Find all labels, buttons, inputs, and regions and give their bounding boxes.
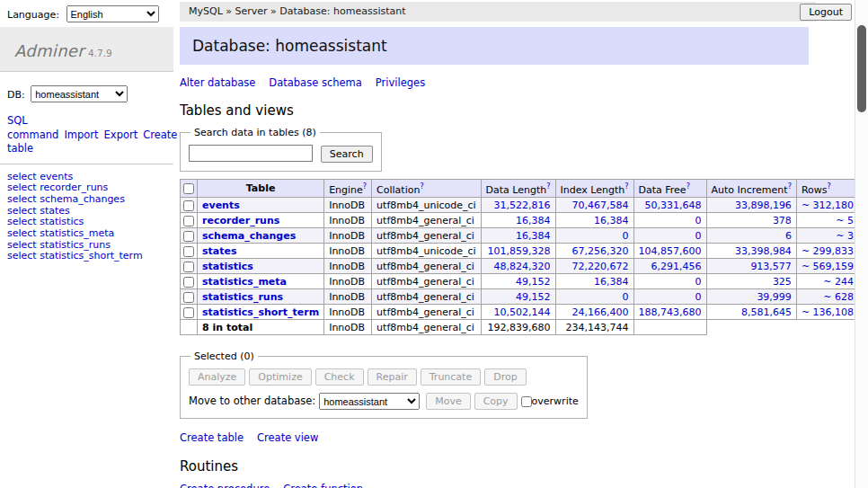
breadcrumb-current: Database: homeassistant: [279, 5, 405, 17]
cell-data-free: 188,743,680: [633, 305, 706, 320]
cell-rows: ~ 3: [796, 228, 858, 244]
row-checkbox-statistics-meta[interactable]: [183, 277, 194, 288]
scrollbar-track[interactable]: [855, 0, 868, 488]
sidebar-link-import[interactable]: Import: [64, 129, 98, 141]
help-icon[interactable]: ?: [363, 182, 367, 191]
column-header-collation: Collation?: [372, 179, 481, 198]
cell-index-length: 67,256,320: [555, 244, 633, 259]
logout-area: Logout: [800, 4, 852, 21]
row-checkbox-schema-changes[interactable]: [183, 231, 194, 242]
nav-link-database-schema[interactable]: Database schema: [269, 76, 361, 89]
tables-overview-head: TableEngine?Collation?Data Length?Index …: [181, 179, 868, 198]
cell-auto-increment: 33,398,984: [706, 244, 796, 259]
cell-data-length: 49,152: [481, 289, 555, 305]
db-select[interactable]: homeassistant: [31, 85, 128, 102]
link-create-view[interactable]: Create view: [257, 431, 318, 444]
breadcrumb-link-mysql[interactable]: MySQL: [189, 5, 223, 17]
table-link-statistics-meta[interactable]: statistics_meta: [202, 276, 287, 288]
move-label: Move to other database:: [189, 395, 315, 407]
link-create-procedure[interactable]: Create procedure: [180, 483, 270, 488]
sidebar-link-sql-command[interactable]: SQL command: [7, 114, 58, 141]
table-link-recorder-runs[interactable]: recorder_runs: [202, 215, 279, 226]
table-link-events[interactable]: events: [202, 200, 240, 211]
check-button[interactable]: Check: [315, 368, 364, 386]
table-link-states[interactable]: states: [202, 245, 237, 257]
sidebar-table-list: select eventsselect recorder_runsselect …: [7, 172, 166, 263]
cell-engine: InnoDB: [324, 289, 372, 305]
db-label: DB:: [7, 89, 25, 101]
cell-index-length: 0: [555, 289, 633, 305]
row-checkbox-statistics-short-term[interactable]: [183, 307, 194, 318]
row-checkbox-statistics-runs[interactable]: [183, 292, 194, 303]
table-link-statistics-runs[interactable]: statistics_runs: [202, 291, 283, 303]
scrollbar-thumb[interactable]: [857, 25, 866, 112]
table-row-statistics-meta: statistics_metaInnoDButf8mb4_general_ci4…: [181, 274, 868, 289]
cell-collation: utf8mb4_general_ci: [372, 213, 481, 228]
table-row-statistics-runs: statistics_runsInnoDButf8mb4_general_ci4…: [181, 289, 868, 305]
search-button[interactable]: Search: [321, 146, 373, 163]
totals-data-length: 192,839,680: [481, 320, 555, 335]
cell-index-length: 16,384: [555, 213, 633, 228]
link-create-table[interactable]: Create table: [180, 431, 244, 444]
truncate-button[interactable]: Truncate: [421, 368, 481, 386]
cell-collation: utf8mb4_unicode_ci: [372, 244, 481, 259]
row-checkbox-recorder-runs[interactable]: [183, 216, 194, 226]
help-icon[interactable]: ?: [420, 182, 423, 191]
overwrite-label: overwrite: [532, 395, 579, 407]
cell-data-free: 6,291,456: [633, 259, 706, 274]
table-link-schema-changes[interactable]: schema_changes: [202, 230, 296, 242]
move-db-select[interactable]: homeassistant: [319, 393, 420, 410]
drop-button[interactable]: Drop: [484, 368, 526, 386]
sidebar-link-export[interactable]: Export: [104, 129, 138, 141]
language-select[interactable]: English: [66, 5, 159, 22]
sidebar-select-statistics-meta[interactable]: select statistics_meta: [7, 228, 166, 240]
select-all-checkbox[interactable]: [183, 183, 194, 194]
cell-data-free: 0: [633, 213, 706, 228]
cell-index-length: 72,220,672: [555, 259, 633, 274]
help-icon[interactable]: ?: [686, 182, 690, 191]
sidebar-select-schema-changes[interactable]: select schema_changes: [7, 194, 166, 206]
help-icon[interactable]: ?: [624, 182, 628, 191]
nav-link-alter-database[interactable]: Alter database: [180, 76, 255, 89]
search-legend: Search data in tables (8): [190, 127, 320, 138]
table-row-statistics: statisticsInnoDButf8mb4_general_ci48,824…: [181, 259, 868, 274]
table-row-schema-changes: schema_changesInnoDButf8mb4_general_ci16…: [181, 228, 868, 244]
optimize-button[interactable]: Optimize: [249, 368, 311, 386]
tables-heading: Tables and views: [180, 102, 809, 119]
table-link-statistics[interactable]: statistics: [202, 261, 253, 272]
repair-button[interactable]: Repair: [368, 368, 417, 386]
column-header-index-length: Index Length?: [555, 179, 633, 198]
row-checkbox-statistics[interactable]: [183, 262, 194, 272]
overwrite-checkbox[interactable]: [521, 396, 532, 407]
column-header-rows: Rows?: [796, 179, 858, 198]
logout-button[interactable]: Logout: [800, 4, 852, 21]
analyze-button[interactable]: Analyze: [189, 368, 245, 386]
copy-button[interactable]: Copy: [474, 393, 518, 410]
help-icon[interactable]: ?: [546, 182, 550, 191]
cell-engine: InnoDB: [324, 305, 372, 320]
move-button[interactable]: Move: [426, 393, 471, 410]
table-row-statistics-short-term: statistics_short_termInnoDButf8mb4_gener…: [181, 305, 868, 320]
cell-data-length: 16,384: [481, 228, 555, 244]
help-icon[interactable]: ?: [788, 182, 792, 191]
cell-rows: ~ 299,833: [796, 244, 858, 259]
row-checkbox-states[interactable]: [183, 246, 194, 257]
table-row-states: statesInnoDButf8mb4_unicode_ci101,859,32…: [181, 244, 868, 259]
breadcrumb-link-server[interactable]: Server: [235, 5, 268, 17]
cell-engine: InnoDB: [324, 259, 372, 274]
sidebar-select-statistics-short-term[interactable]: select statistics_short_term: [7, 251, 166, 262]
cell-auto-increment: 8,581,645: [706, 305, 796, 320]
cell-rows: ~ 244: [796, 274, 858, 289]
table-link-statistics-short-term[interactable]: statistics_short_term: [202, 306, 319, 318]
nav-link-privileges[interactable]: Privileges: [376, 76, 425, 89]
selected-fieldset: Selected (0) AnalyzeOptimizeCheckRepairT…: [180, 350, 588, 419]
column-header-auto-increment: Auto Increment?: [706, 179, 796, 198]
main-area: MySQL » Server » Database: homeassistant…: [180, 0, 816, 488]
help-icon[interactable]: ?: [827, 182, 830, 191]
link-create-function[interactable]: Create function: [283, 483, 363, 488]
search-input[interactable]: [189, 145, 313, 162]
create-links: Create tableCreate view: [180, 431, 809, 444]
app-logo[interactable]: Adminer: [14, 41, 84, 60]
cell-index-length: 24,166,400: [555, 305, 633, 320]
row-checkbox-events[interactable]: [183, 200, 194, 211]
